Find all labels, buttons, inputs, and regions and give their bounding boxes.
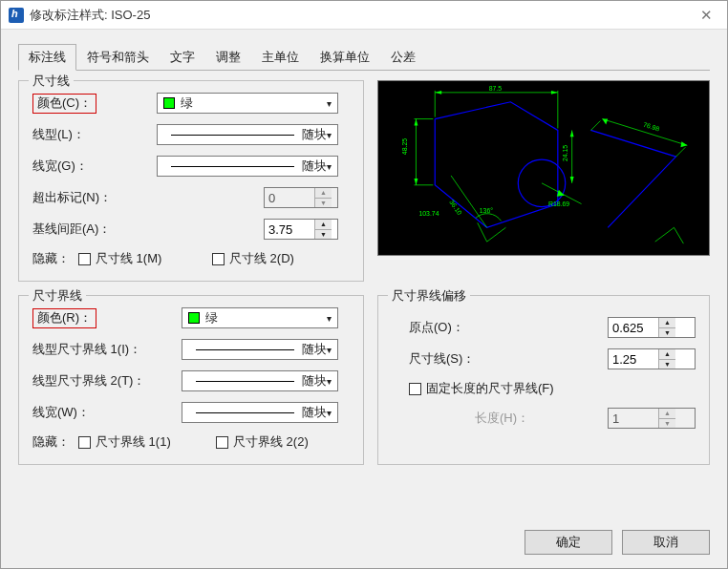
dimline-baseline-spinbox[interactable]: ▲▼ xyxy=(264,219,338,240)
dimline-hide1-label: 尺寸线 1(M) xyxy=(96,250,161,267)
dimline-linetype-value: 随块 xyxy=(302,126,327,143)
close-button[interactable]: ✕ xyxy=(693,7,719,24)
offset-length-input xyxy=(609,411,658,426)
svg-line-33 xyxy=(674,227,684,243)
dimline-linetype-label: 线型(L)： xyxy=(32,126,157,143)
extline-color-select[interactable]: 绿 ▾ xyxy=(182,307,338,328)
dimline-group: 尺寸线 颜色(C)： 绿 ▾ 线型(L)： xyxy=(18,80,364,282)
dimline-extend-spinbox: ▲▼ xyxy=(264,187,338,208)
svg-line-24 xyxy=(590,121,600,131)
dialog-buttons: 确定 取消 xyxy=(1,520,727,568)
offset-length-spinbox: ▲▼ xyxy=(608,408,696,429)
tab-primary[interactable]: 主单位 xyxy=(251,44,310,71)
svg-text:76.98: 76.98 xyxy=(643,121,661,133)
dimline-hide2-label: 尺寸线 2(D) xyxy=(229,250,294,267)
extline-lt2-select[interactable]: 随块 ▾ xyxy=(182,370,338,391)
svg-line-25 xyxy=(675,147,685,157)
line-sample-icon xyxy=(196,349,294,350)
extline-lw-value: 随块 xyxy=(302,404,327,421)
bottom-row: 尺寸界线 颜色(R)： 绿 ▾ 线型尺寸界线 1(I)： xyxy=(18,295,710,465)
offset-fixed-label: 固定长度的尺寸界线(F) xyxy=(426,380,554,397)
extline-color-value: 绿 xyxy=(205,309,218,327)
spin-buttons[interactable]: ▲▼ xyxy=(314,220,332,239)
svg-text:103.74: 103.74 xyxy=(418,210,439,217)
line-sample-icon xyxy=(196,381,294,382)
chevron-down-icon: ▾ xyxy=(327,130,332,140)
dimline-hide2-checkbox[interactable] xyxy=(212,253,225,265)
svg-marker-5 xyxy=(551,91,558,95)
spin-buttons: ▲▼ xyxy=(658,409,675,428)
extline-lw-select[interactable]: 随块 ▾ xyxy=(182,402,338,423)
tab-dimline[interactable]: 标注线 xyxy=(18,44,76,71)
preview-svg: 87.5 48.25 24.15 xyxy=(378,81,709,255)
extline-lt1-label: 线型尺寸界线 1(I)： xyxy=(32,341,182,358)
dimline-color-select[interactable]: 绿 ▾ xyxy=(157,93,338,114)
line-sample-icon xyxy=(196,412,294,413)
tab-text[interactable]: 文字 xyxy=(160,44,205,71)
dimline-extend-input xyxy=(265,191,314,205)
extline-lt1-value: 随块 xyxy=(302,341,327,358)
svg-marker-11 xyxy=(414,179,418,185)
chevron-down-icon: ▾ xyxy=(327,408,332,418)
offset-origin-spinbox[interactable]: ▲▼ xyxy=(608,317,696,338)
svg-text:48.25: 48.25 xyxy=(401,138,408,155)
extline-hide1-checkbox[interactable] xyxy=(78,436,91,449)
offset-dimline-input[interactable] xyxy=(609,352,658,367)
offset-origin-input[interactable] xyxy=(609,321,658,335)
dimline-color-value: 绿 xyxy=(181,95,193,112)
tab-symbols[interactable]: 符号和箭头 xyxy=(76,44,160,71)
offset-dimline-spinbox[interactable]: ▲▼ xyxy=(608,348,696,369)
dimline-baseline-input[interactable] xyxy=(265,222,314,237)
top-row: 尺寸线 颜色(C)： 绿 ▾ 线型(L)： xyxy=(18,80,710,282)
extline-group: 尺寸界线 颜色(R)： 绿 ▾ 线型尺寸界线 1(I)： xyxy=(18,295,364,465)
dimline-group-title: 尺寸线 xyxy=(29,73,74,90)
tab-body: 尺寸线 颜色(C)： 绿 ▾ 线型(L)： xyxy=(18,80,710,465)
window-title: 修改标注样式: ISO-25 xyxy=(30,7,150,24)
svg-text:R18.69: R18.69 xyxy=(548,200,569,207)
spin-buttons[interactable]: ▲▼ xyxy=(658,349,675,369)
dimline-baseline-label: 基线间距(A)： xyxy=(32,221,157,238)
extline-group-title: 尺寸界线 xyxy=(29,287,86,305)
extline-lt1-select[interactable]: 随块 ▾ xyxy=(182,339,338,360)
app-icon xyxy=(9,8,24,23)
titlebar-left: 修改标注样式: ISO-25 xyxy=(9,7,150,24)
tab-adjust[interactable]: 调整 xyxy=(205,44,251,71)
svg-marker-15 xyxy=(570,177,574,183)
line-sample-icon xyxy=(171,135,294,136)
offset-dimline-label: 尺寸线(S)： xyxy=(392,350,516,368)
titlebar: 修改标注样式: ISO-25 ✕ xyxy=(1,1,727,30)
color-swatch-icon xyxy=(188,312,200,324)
svg-text:24.15: 24.15 xyxy=(562,145,568,161)
svg-marker-26 xyxy=(602,119,608,125)
extline-hide2-checkbox[interactable] xyxy=(216,436,228,449)
dimline-linetype-select[interactable]: 随块 ▾ xyxy=(157,124,338,145)
spin-buttons[interactable]: ▲▼ xyxy=(658,318,675,337)
offset-length-label: 长度(H)： xyxy=(392,410,545,427)
svg-text:36.10: 36.10 xyxy=(448,199,463,216)
extline-lw-label: 线宽(W)： xyxy=(32,404,182,421)
color-swatch-icon xyxy=(163,97,175,109)
svg-marker-27 xyxy=(680,141,687,147)
dimline-hide1-checkbox[interactable] xyxy=(78,253,91,265)
tab-alt[interactable]: 换算单位 xyxy=(310,44,380,71)
tab-bar: 标注线 符号和箭头 文字 调整 主单位 换算单位 公差 xyxy=(18,43,710,71)
chevron-down-icon: ▾ xyxy=(327,345,332,355)
dimline-lineweight-select[interactable]: 随块 ▾ xyxy=(157,156,338,177)
svg-text:136°: 136° xyxy=(480,207,494,214)
line-sample-icon xyxy=(171,166,294,167)
preview-panel: 87.5 48.25 24.15 xyxy=(377,80,710,256)
chevron-down-icon: ▾ xyxy=(327,376,332,387)
extline-color-label: 颜色(R)： xyxy=(32,308,96,328)
spin-buttons: ▲▼ xyxy=(314,188,332,207)
offset-fixed-checkbox[interactable] xyxy=(409,383,421,395)
dimline-lineweight-label: 线宽(G)： xyxy=(32,158,157,175)
chevron-down-icon: ▾ xyxy=(327,161,332,172)
cancel-button[interactable]: 取消 xyxy=(622,530,710,555)
ok-button[interactable]: 确定 xyxy=(525,530,612,555)
chevron-down-icon: ▾ xyxy=(327,98,332,109)
extline-hide1-label: 尺寸界线 1(1) xyxy=(96,433,171,451)
offset-group-title: 尺寸界线偏移 xyxy=(388,287,470,305)
tab-tolerance[interactable]: 公差 xyxy=(380,44,426,71)
extline-lt2-label: 线型尺寸界线 2(T)： xyxy=(32,372,182,390)
svg-line-30 xyxy=(487,227,506,242)
